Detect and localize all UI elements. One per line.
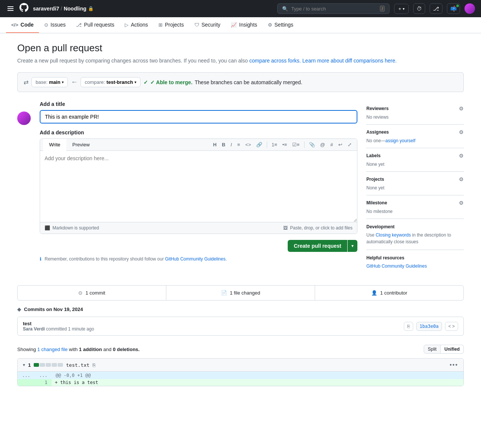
new-button[interactable]: +▾ bbox=[394, 4, 409, 14]
community-guidelines-link[interactable]: GitHub Community Guidelines. bbox=[165, 256, 227, 262]
base-value: main bbox=[49, 79, 60, 85]
tab-settings[interactable]: ⚙ Settings bbox=[263, 17, 299, 33]
search-icon: 🔍 bbox=[282, 6, 288, 12]
commits-count: 1 commit bbox=[85, 290, 105, 296]
inbox-icon-button[interactable]: 📫 bbox=[447, 3, 460, 14]
pr-form-layout: Add a title Add a description Write Prev… bbox=[17, 101, 464, 273]
copy-filename-button[interactable]: ⎘ bbox=[93, 362, 96, 368]
diff-added-new-num: 1 bbox=[35, 379, 52, 386]
tab-code[interactable]: </> Code bbox=[6, 17, 39, 33]
markdown-icon: ⬛ bbox=[45, 225, 50, 231]
closing-keywords-link[interactable]: Closing keywords bbox=[376, 232, 411, 238]
breadcrumb-user[interactable]: saraverdi7 bbox=[33, 6, 59, 12]
changed-file-link[interactable]: 1 changed file bbox=[37, 347, 68, 352]
tab-actions[interactable]: ▷ Actions bbox=[120, 17, 153, 33]
compare-forks-link[interactable]: compare across forks. bbox=[249, 58, 301, 64]
commits-section: ◆ Commits on Nov 19, 2024 test Sara Verd… bbox=[17, 307, 464, 336]
create-pr-button[interactable]: Create pull request bbox=[288, 240, 347, 252]
copy-hash-button[interactable]: ⎘ bbox=[404, 322, 413, 331]
top-nav: saraverdi7 / Noodling 🔒 🔍 Type / to sear… bbox=[0, 0, 481, 17]
preview-tab[interactable]: Preview bbox=[66, 139, 96, 150]
projects-gear[interactable]: ⚙ bbox=[459, 176, 464, 182]
fork-icon-button[interactable]: ⎇ bbox=[430, 3, 442, 14]
browse-repo-button[interactable]: < > bbox=[445, 322, 458, 331]
reviewers-gear[interactable]: ⚙ bbox=[459, 106, 464, 112]
toolbar-attach[interactable]: 📎 bbox=[307, 140, 317, 149]
create-pr-dropdown[interactable]: ▾ bbox=[348, 240, 357, 252]
search-placeholder: Type / to search bbox=[291, 6, 377, 12]
learn-more-link[interactable]: Learn more about diff comparisons here. bbox=[302, 58, 397, 64]
milestone-value: No milestone bbox=[366, 209, 393, 214]
compare-branch-select[interactable]: compare: test-branch ▾ bbox=[81, 77, 140, 87]
diff-hunk-row: ... ... @@ -0,0 +1 @@ bbox=[18, 372, 463, 379]
description-textarea[interactable] bbox=[40, 151, 357, 222]
tab-security[interactable]: 🛡 Security bbox=[189, 17, 226, 33]
milestone-gear[interactable]: ⚙ bbox=[459, 200, 464, 206]
security-icon: 🛡 bbox=[194, 22, 199, 28]
labels-gear[interactable]: ⚙ bbox=[459, 153, 464, 159]
diff-filename: test.txt bbox=[66, 362, 90, 368]
diff-table: ... ... @@ -0,0 +1 @@ 1 + this is a test bbox=[18, 372, 463, 386]
search-bar[interactable]: 🔍 Type / to search / bbox=[277, 3, 390, 14]
title-label: Add a title bbox=[40, 101, 357, 107]
tab-projects[interactable]: ⊞ Projects bbox=[153, 17, 189, 33]
breadcrumb-repo[interactable]: Noodling bbox=[64, 6, 87, 12]
stat-files[interactable]: 📄 1 file changed bbox=[166, 286, 315, 300]
lock-icon: 🔒 bbox=[88, 6, 94, 11]
toolbar-mention[interactable]: @ bbox=[318, 140, 327, 149]
helpful-title: Helpful resources bbox=[366, 255, 404, 260]
toolbar-bold[interactable]: B bbox=[220, 140, 227, 149]
info-icon: ℹ bbox=[40, 256, 42, 262]
helpful-link[interactable]: GitHub Community Guidelines bbox=[366, 263, 427, 269]
assignees-gear[interactable]: ⚙ bbox=[459, 129, 464, 135]
stat-commits[interactable]: ⊙ 1 commit bbox=[18, 286, 166, 300]
diff-collapse-button[interactable]: ▾ bbox=[23, 362, 25, 368]
toolbar-quote[interactable]: ≡ bbox=[235, 140, 242, 149]
diff-added-row: 1 + this is a test bbox=[18, 379, 463, 386]
timer-icon-button[interactable]: ⏱ bbox=[413, 3, 425, 14]
commits-date-icon: ◆ bbox=[17, 307, 21, 312]
tab-issues[interactable]: ⊙ Issues bbox=[39, 17, 71, 33]
issues-icon: ⊙ bbox=[44, 22, 48, 28]
toolbar-heading[interactable]: H bbox=[211, 140, 219, 149]
hamburger-menu[interactable] bbox=[6, 5, 15, 12]
github-logo-icon[interactable] bbox=[19, 3, 28, 14]
diff-file-header: ▾ 1 test.txt ⎘ ••• bbox=[18, 359, 463, 372]
dev-text: Use Closing keywords in the description … bbox=[366, 232, 464, 245]
compare-dropdown-icon: ▾ bbox=[134, 80, 136, 84]
write-tab[interactable]: Write bbox=[43, 139, 66, 151]
stat-contributors[interactable]: 👤 1 contributor bbox=[315, 286, 463, 300]
commit-meta: Sara Verdi committed 1 minute ago bbox=[23, 326, 94, 332]
toolbar-fullscreen[interactable]: ⤢ bbox=[345, 140, 354, 149]
toolbar-link[interactable]: 🔗 bbox=[254, 140, 264, 149]
toolbar-reference[interactable]: # bbox=[328, 140, 335, 149]
unified-view-button[interactable]: Unified bbox=[441, 345, 464, 354]
diff-hunk-line-old: ... bbox=[18, 372, 35, 379]
base-branch-select[interactable]: base: main ▾ bbox=[31, 77, 68, 87]
split-view-button[interactable]: Split bbox=[424, 345, 441, 354]
assign-yourself-link[interactable]: assign yourself bbox=[385, 138, 415, 143]
avatar[interactable] bbox=[465, 3, 475, 14]
stats-bar: ⊙ 1 commit 📄 1 file changed 👤 1 contribu… bbox=[17, 285, 464, 301]
diff-more-button[interactable]: ••• bbox=[450, 362, 458, 368]
toolbar-ordered-list[interactable]: 1≡ bbox=[269, 140, 279, 149]
editor-footer: ⬛ Markdown is supported 🖼 Paste, drop, o… bbox=[40, 222, 357, 234]
diff-added-old-num bbox=[18, 379, 35, 386]
toolbar-unordered-list[interactable]: •≡ bbox=[280, 140, 289, 149]
diff-showing-bar: Showing 1 changed file with 1 addition a… bbox=[17, 345, 464, 354]
tab-pull-requests[interactable]: ⎇ Pull requests bbox=[71, 17, 120, 33]
merge-status: ✓ ✓ Able to merge. These branches can be… bbox=[143, 79, 302, 85]
tab-insights[interactable]: 📈 Insights bbox=[226, 17, 262, 33]
toolbar-task-list[interactable]: ☑≡ bbox=[290, 140, 302, 149]
sidebar-projects: Projects ⚙ None yet bbox=[366, 172, 464, 195]
labels-title: Labels bbox=[366, 153, 381, 158]
assignees-title: Assignees bbox=[366, 129, 389, 135]
title-input[interactable] bbox=[40, 110, 357, 124]
toolbar-italic[interactable]: I bbox=[229, 140, 235, 149]
attach-icon: 🖼 bbox=[283, 225, 288, 231]
toolbar-code[interactable]: <> bbox=[243, 140, 253, 149]
merge-status-text: ✓ Able to merge. bbox=[150, 79, 193, 85]
toolbar-undo[interactable]: ↩ bbox=[336, 140, 345, 149]
milestone-title: Milestone bbox=[366, 200, 387, 205]
assignees-value: No one—assign yourself bbox=[366, 138, 415, 143]
